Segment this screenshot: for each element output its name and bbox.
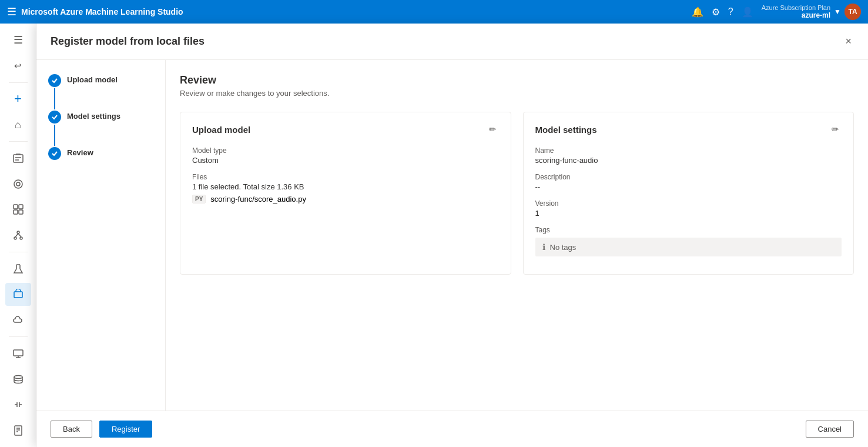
files-value: 1 file selected. Total size 1.36 KB (192, 182, 499, 191)
main-content: Default Directory › azure-ml › Models ✔ … (36, 24, 868, 447)
file-name: scoring-func/score_audio.py (210, 195, 306, 204)
upload-card-header: Upload model ✏ (192, 122, 499, 137)
version-label: Version (535, 199, 842, 208)
topbar: ☰ Microsoft Azure Machine Learning Studi… (0, 0, 868, 24)
register-button[interactable]: Register (99, 421, 152, 438)
steps-panel: Upload model Model settings (36, 60, 166, 411)
tags-label: Tags (535, 226, 842, 234)
svg-point-19 (14, 375, 22, 378)
svg-rect-16 (14, 350, 23, 356)
settings-card-title: Model settings (535, 125, 597, 135)
svg-point-10 (14, 237, 16, 239)
files-label: Files (192, 173, 499, 181)
step-3-label: Review (67, 147, 93, 157)
sidebar-new[interactable]: + (5, 87, 31, 111)
panel-overlay: Register model from local files × (36, 24, 868, 447)
svg-point-4 (16, 182, 20, 186)
sidebar-menu-toggle[interactable]: ☰ (5, 28, 31, 52)
step-model-settings: Model settings (48, 111, 153, 147)
account-plan: Azure Subscription Plan (762, 4, 830, 11)
sidebar-network[interactable] (5, 224, 31, 247)
name-label: Name (535, 146, 842, 155)
name-field: Name scoring-func-audio (535, 146, 842, 165)
file-item: PY scoring-func/score_audio.py (192, 195, 499, 204)
files-field: Files 1 file selected. Total size 1.36 K… (192, 173, 499, 204)
name-value: scoring-func-audio (535, 156, 842, 165)
sidebar-cloud[interactable] (5, 308, 31, 332)
svg-rect-15 (14, 292, 22, 298)
svg-point-9 (17, 231, 19, 233)
review-title: Review (180, 74, 854, 86)
close-button[interactable]: × (843, 33, 854, 50)
upload-model-card: Upload model ✏ Model type Custom Files 1… (180, 112, 511, 275)
user-icon[interactable]: 👤 (742, 6, 753, 18)
step-upload-model: Upload model (48, 74, 153, 111)
no-tags-text: No tags (550, 243, 577, 252)
sidebar: ☰ ↩ + ⌂ (0, 24, 36, 447)
help-icon[interactable]: ? (728, 6, 733, 17)
cancel-button[interactable]: Cancel (806, 421, 854, 438)
panel-body: Upload model Model settings (36, 60, 868, 411)
app-title: Microsoft Azure Machine Learning Studio (21, 7, 183, 16)
panel-title: Register model from local files (51, 35, 205, 48)
sidebar-pipelines[interactable] (5, 393, 31, 417)
sidebar-components[interactable] (5, 198, 31, 221)
description-value: -- (535, 182, 842, 191)
step-2-line (54, 125, 55, 146)
version-value: 1 (535, 209, 842, 218)
svg-rect-8 (19, 210, 23, 214)
version-field: Version 1 (535, 199, 842, 218)
tags-box: ℹ No tags (535, 238, 842, 256)
step-1-line (54, 88, 55, 109)
review-subtitle: Review or make changes to your selection… (180, 89, 854, 98)
model-settings-card: Model settings ✏ Name scoring-func-audio… (523, 112, 854, 275)
info-icon: ℹ (542, 242, 545, 252)
sidebar-endpoints[interactable] (5, 172, 31, 196)
model-type-value: Custom (192, 156, 499, 165)
svg-rect-7 (14, 210, 18, 214)
panel-header: Register model from local files × (36, 24, 868, 60)
sidebar-compute[interactable] (5, 342, 31, 365)
svg-rect-5 (14, 205, 18, 209)
model-type-field: Model type Custom (192, 146, 499, 165)
svg-rect-0 (14, 155, 23, 162)
svg-rect-20 (15, 426, 22, 435)
svg-line-12 (15, 233, 18, 237)
sidebar-home[interactable]: ⌂ (5, 113, 31, 136)
sidebar-back[interactable]: ↩ (5, 54, 31, 78)
svg-point-11 (20, 237, 22, 239)
step-2-circle (48, 111, 61, 124)
svg-line-13 (18, 233, 21, 237)
tags-field: Tags ℹ No tags (535, 226, 842, 256)
step-1-circle (48, 74, 61, 87)
panel-footer: Back Register Cancel (36, 411, 868, 447)
step-2-label: Model settings (67, 111, 120, 121)
upload-card-title: Upload model (192, 125, 250, 135)
svg-rect-6 (19, 205, 23, 209)
step-1-label: Upload model (67, 74, 118, 84)
review-content: Review Review or make changes to your se… (166, 60, 868, 411)
account-info[interactable]: Azure Subscription Plan azure-ml ▼ TA (762, 4, 861, 20)
settings-edit-button[interactable]: ✏ (829, 122, 842, 137)
sidebar-experiments[interactable] (5, 257, 31, 281)
step-review: Review (48, 147, 153, 160)
back-button[interactable]: Back (51, 421, 92, 438)
sidebar-data[interactable] (5, 368, 31, 391)
sidebar-models[interactable] (5, 283, 31, 306)
settings-icon[interactable]: ⚙ (712, 6, 720, 18)
svg-point-3 (14, 180, 22, 188)
sidebar-jobs[interactable] (5, 146, 31, 170)
bell-icon[interactable]: 🔔 (692, 6, 703, 18)
sidebar-notebooks[interactable] (5, 419, 31, 442)
avatar[interactable]: TA (844, 4, 861, 20)
py-badge: PY (192, 195, 206, 204)
menu-icon[interactable]: ☰ (7, 5, 16, 18)
description-field: Description -- (535, 173, 842, 191)
review-cards: Upload model ✏ Model type Custom Files 1… (180, 112, 854, 275)
upload-edit-button[interactable]: ✏ (487, 122, 499, 137)
step-3-circle (48, 147, 61, 160)
description-label: Description (535, 173, 842, 181)
settings-card-header: Model settings ✏ (535, 122, 842, 137)
account-name: azure-ml (762, 11, 830, 19)
model-type-label: Model type (192, 146, 499, 155)
